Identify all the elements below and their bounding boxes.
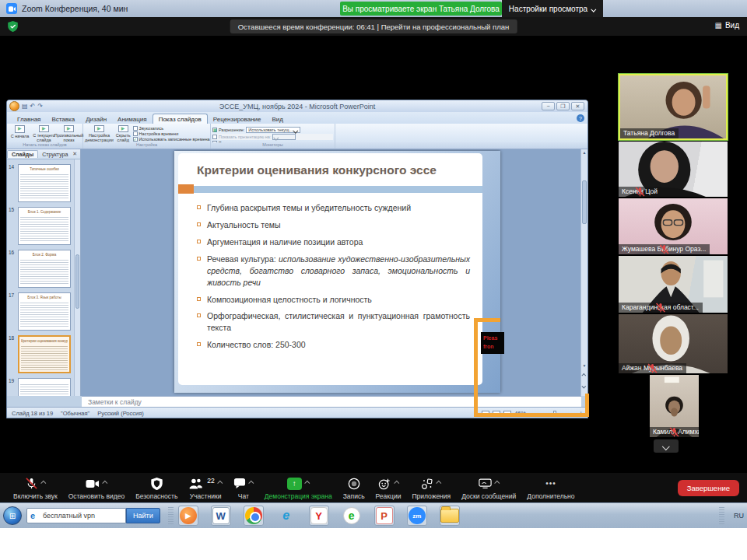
tab-retsenzirovanie[interactable]: Рецензирование: [208, 114, 267, 124]
tab-vstavka[interactable]: Вставка: [46, 114, 80, 124]
language-indicator[interactable]: RU: [734, 512, 744, 520]
start-button[interactable]: ⊞: [3, 506, 22, 525]
security-button[interactable]: Безопасность: [130, 476, 183, 500]
end-meeting-button[interactable]: Завершение: [678, 480, 739, 496]
search-value: бесплатный vpn: [43, 512, 95, 520]
chevron-up-icon[interactable]: [304, 480, 310, 485]
participants-button[interactable]: 22 Участники: [183, 476, 227, 500]
video-tile-kamilya[interactable]: Камиля Алимханова: [650, 375, 699, 437]
video-tile-karagandinskaya[interactable]: Карагандинская област...: [619, 256, 728, 313]
window-controls: − ❐ ✕: [542, 102, 587, 110]
apps-button[interactable]: Приложения: [406, 476, 456, 500]
taskbar-icon-media-player[interactable]: ▶: [178, 506, 198, 526]
taskbar-icon-e-browser[interactable]: е: [342, 506, 362, 526]
system-tray[interactable]: RU: [714, 507, 747, 524]
pane-scrollbar[interactable]: [74, 159, 80, 396]
scroll-up-icon[interactable]: ▲: [581, 149, 587, 156]
whiteboards-button[interactable]: Доски сообщений: [456, 476, 521, 500]
taskbar-icon-internet-explorer[interactable]: e: [276, 506, 296, 526]
video-tile-ayzhan[interactable]: Айжан Мурынбаева: [619, 314, 728, 373]
thumbnail-slide-18-selected[interactable]: 18 Критерии оценивания конкурсного эссе: [18, 335, 73, 373]
chat-icon: [233, 478, 246, 489]
chrome-icon: [245, 507, 262, 524]
taskbar-search-input[interactable]: e бесплатный vpn: [26, 508, 126, 523]
pane-tabs: Слайды Структура ✕: [7, 149, 80, 159]
share-screen-button[interactable]: ↑ Демонстрация экрана: [259, 476, 338, 500]
close-button[interactable]: ✕: [571, 102, 584, 110]
chat-button[interactable]: Чат: [228, 476, 259, 500]
record-button[interactable]: Запись: [338, 476, 370, 500]
grid-view-icon: ▦: [714, 21, 721, 30]
scrollbar-thumb[interactable]: [582, 180, 587, 224]
chevron-up-icon[interactable]: [40, 480, 46, 485]
view-mode-label: Вид: [725, 21, 739, 30]
view-mode-button[interactable]: ▦ Вид: [714, 21, 739, 30]
unmute-button[interactable]: Включить звук: [8, 476, 63, 500]
thumbnail-slide-14[interactable]: 14 Типичные ошибки: [18, 164, 73, 202]
view-settings-button[interactable]: Настройки просмотра: [502, 0, 603, 17]
use-timings-option[interactable]: ✓Использовать записанные времена: [133, 137, 210, 142]
thumbnail-slide-17[interactable]: 17 Блок 3. Язык работы: [18, 292, 73, 331]
scroll-down-icon[interactable]: ▼: [581, 362, 587, 369]
tab-glavnaya[interactable]: Главная: [12, 114, 46, 124]
record-narration-option[interactable]: Звукозапись: [133, 126, 210, 131]
minimize-button[interactable]: −: [542, 102, 555, 110]
tab-dizayn[interactable]: Дизайн: [80, 114, 112, 124]
from-start-button[interactable]: С начала: [9, 124, 31, 142]
remaining-time-banner[interactable]: Оставшееся время конференции: 06:41 | Пе…: [230, 19, 517, 33]
mic-off-icon: [619, 244, 710, 254]
slides-tab[interactable]: Слайды: [7, 150, 38, 158]
chevron-down-icon: [591, 6, 596, 12]
tab-animatsiya[interactable]: Анимация: [112, 114, 153, 124]
maximize-button[interactable]: ❐: [556, 102, 570, 110]
video-tile-zhumasheva[interactable]: Жумашева Бибинур Ораз...: [619, 198, 728, 254]
chevron-up-icon[interactable]: [248, 480, 254, 485]
close-pane-icon[interactable]: ✕: [72, 151, 80, 157]
chevron-up-icon[interactable]: [394, 480, 399, 485]
more-button[interactable]: ••• Дополнительно: [521, 476, 580, 500]
chevron-up-icon[interactable]: [217, 480, 223, 485]
edge-icon: e: [30, 511, 40, 520]
hide-slide-button[interactable]: Скрыть слайд: [116, 124, 131, 142]
taskbar-icon-chrome[interactable]: [244, 506, 264, 526]
tab-pokaz-slaydov[interactable]: Показ слайдов: [153, 114, 208, 124]
mic-off-icon: [650, 427, 699, 437]
rehearse-timings-option[interactable]: Настройка времени: [133, 131, 210, 136]
thumbnail-slide-15[interactable]: 15 Блок 1. Содержание: [18, 207, 73, 245]
thumbnail-slide-19[interactable]: 19: [18, 378, 73, 396]
outline-tab[interactable]: Структура: [38, 151, 72, 158]
taskbar-icon-word[interactable]: W: [211, 506, 231, 526]
resolution-dropdown[interactable]: Использовать текущ...: [246, 127, 300, 133]
language-indicator[interactable]: Русский (Россия): [97, 410, 144, 417]
participant-name: Жумашева Бибинур Ораз...: [619, 244, 710, 254]
notes-area[interactable]: Заметки к слайду: [82, 396, 581, 407]
chevron-up-icon[interactable]: [494, 480, 500, 485]
tab-vid[interactable]: Вид: [267, 114, 289, 124]
thumbnail-slide-16[interactable]: 16 Блок 2. Форма: [18, 250, 73, 288]
previous-slide-button[interactable]: [581, 371, 587, 379]
video-tile-tatyana[interactable]: Татьяна Долгова: [619, 74, 728, 140]
video-tile-kseniya[interactable]: Ксения Цой: [619, 142, 728, 197]
search-find-button[interactable]: Найти: [126, 508, 160, 523]
next-slide-button[interactable]: [581, 382, 587, 390]
help-icon[interactable]: ?: [577, 114, 584, 122]
slide-content-panel: Критерии оценивания конкурсного эссе Глу…: [178, 153, 482, 385]
from-current-slide-button[interactable]: С текущего слайда: [33, 124, 55, 142]
taskbar-icon-zoom[interactable]: zm: [407, 506, 427, 526]
reactions-button[interactable]: Реакции: [370, 476, 407, 500]
ppt-titlebar[interactable]: ▤ ↶ ↷ ЭССЕ_УМЦ, ноябрь 2024 - Microsoft …: [7, 100, 587, 112]
custom-show-button[interactable]: Произвольный показ: [57, 124, 81, 142]
taskbar-icon-file-explorer[interactable]: [440, 506, 460, 526]
slide-18[interactable]: Критерии оценивания конкурсного эссе Глу…: [174, 151, 500, 393]
taskbar-icon-yandex[interactable]: Y: [309, 506, 329, 526]
camera-icon: [86, 478, 100, 489]
security-shield-icon[interactable]: [8, 21, 18, 35]
checkbox-icon: [133, 131, 138, 136]
canvas-scrollbar[interactable]: ▲ ▼: [580, 149, 587, 396]
chevron-up-icon[interactable]: [437, 480, 442, 485]
scroll-participants-button[interactable]: [654, 439, 679, 453]
setup-show-button[interactable]: Настройка демонстрации: [85, 124, 114, 142]
taskbar-icon-powerpoint[interactable]: P: [374, 506, 395, 526]
chevron-up-icon[interactable]: [102, 480, 107, 485]
stop-video-button[interactable]: Остановить видео: [63, 476, 130, 500]
